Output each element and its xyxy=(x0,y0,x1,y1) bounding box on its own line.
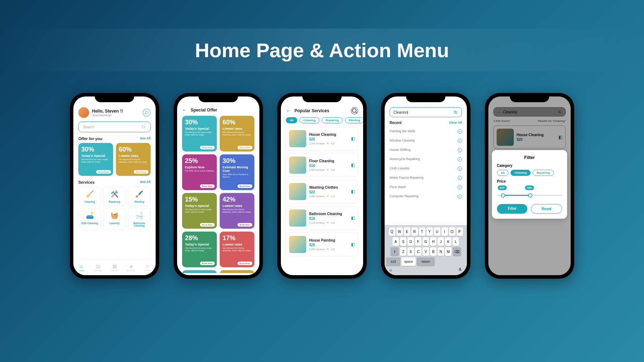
book-now-button[interactable]: Book Now xyxy=(200,262,215,265)
book-now-button[interactable]: Book Now xyxy=(238,184,252,188)
key[interactable]: C xyxy=(415,247,421,256)
chip-painting[interactable]: Painting xyxy=(345,117,363,123)
recent-item[interactable]: Motorcycle Repairing × xyxy=(390,155,462,164)
book-now-button[interactable]: Book Now xyxy=(200,223,215,227)
key[interactable]: V xyxy=(423,247,429,256)
remove-icon[interactable]: × xyxy=(458,139,462,143)
keyboard[interactable]: QWERTYUIOP ASDFGHJKL ⇧ZXCVBNM⌫ 123 space… xyxy=(385,225,467,275)
service-card[interactable]: Washing Clothes $22 3,486 reviews★4.0 ◧ xyxy=(286,180,358,203)
offer-card[interactable]: 60% Lowest rates Get discount for Home c… xyxy=(220,116,254,152)
key[interactable]: D xyxy=(408,237,414,246)
offer-card[interactable]: 12% xyxy=(182,270,217,273)
price-slider[interactable]: $15 $30 xyxy=(497,190,562,200)
remove-icon[interactable]: × xyxy=(458,194,462,199)
key[interactable]: O xyxy=(449,227,455,236)
key[interactable]: K xyxy=(445,237,452,246)
key[interactable]: L xyxy=(453,237,459,246)
offer-card[interactable]: 17% Lowest rates Get discount for Home c… xyxy=(220,232,254,267)
remove-icon[interactable]: × xyxy=(458,129,462,134)
key[interactable]: U xyxy=(434,227,440,236)
avatar[interactable] xyxy=(78,107,89,118)
key[interactable]: Z xyxy=(400,247,406,256)
chip-all[interactable]: All xyxy=(497,170,508,176)
remove-icon[interactable]: × xyxy=(458,148,462,152)
key[interactable]: W xyxy=(396,227,403,236)
nav-calendar[interactable]: ▦ Calendar xyxy=(106,260,123,275)
book-now-button[interactable]: Book Now xyxy=(200,146,215,149)
service-cell[interactable]: 🧺 Laundry xyxy=(103,208,126,230)
recent-item[interactable]: Painting the Walls × xyxy=(390,127,462,136)
key[interactable]: Y xyxy=(426,227,433,236)
key[interactable]: N xyxy=(438,247,444,256)
key[interactable]: A xyxy=(392,237,399,246)
chip-all[interactable]: All xyxy=(286,117,297,123)
offer-card[interactable]: 42% Lowest rates Get discount for Home c… xyxy=(220,193,254,229)
remove-icon[interactable]: × xyxy=(458,167,462,171)
offer-card[interactable]: 25% Explore Now Flat 25% off on home Pai… xyxy=(182,154,217,190)
key[interactable]: H xyxy=(430,237,436,246)
book-now-button[interactable]: Book Now xyxy=(96,170,111,174)
bookmark-icon[interactable]: ◧ xyxy=(351,189,355,194)
key[interactable]: I xyxy=(441,227,448,236)
key[interactable]: P xyxy=(457,227,463,236)
service-cell[interactable]: 🖌️ Painting xyxy=(128,187,151,206)
remove-icon[interactable]: × xyxy=(458,157,462,162)
remove-icon[interactable]: × xyxy=(458,185,462,189)
service-cell[interactable]: 🛋️ Sofa Cleaning xyxy=(78,208,101,230)
offer-card[interactable]: 48% xyxy=(220,270,254,273)
book-now-button[interactable]: Book Now xyxy=(238,262,252,265)
key[interactable]: ⌫ xyxy=(453,247,461,256)
nav-profile[interactable]: ☺ Profile xyxy=(139,260,156,275)
service-card[interactable]: Bathroom Cleaning $16 4,148 reviews★4.0 … xyxy=(286,206,358,230)
back-icon[interactable]: ← xyxy=(286,108,291,114)
nav-bookmark[interactable]: ◈ Bookmark xyxy=(123,260,139,275)
remove-icon[interactable]: × xyxy=(458,176,462,180)
key-space[interactable]: space xyxy=(401,257,416,266)
chip-repairing[interactable]: Repairing xyxy=(322,117,343,123)
bookmark-icon[interactable]: ◧ xyxy=(351,136,355,141)
key[interactable]: M xyxy=(445,247,452,256)
offer-card[interactable]: 60% Lowest rates Get discount for Home c… xyxy=(116,143,151,176)
offer-card[interactable]: 30% Today's Special Get discount for eve… xyxy=(182,116,217,152)
recent-item[interactable]: House Shifting × xyxy=(390,145,462,155)
nav-home[interactable]: ⌂ Home xyxy=(73,260,90,275)
service-cell[interactable]: 🛠️ Repairing xyxy=(103,187,126,206)
book-now-button[interactable]: Book Now xyxy=(238,146,252,149)
key-return[interactable]: return xyxy=(417,257,435,266)
key[interactable]: G xyxy=(423,237,429,246)
key[interactable]: T xyxy=(419,227,425,236)
emoji-icon[interactable]: ☺ xyxy=(389,268,392,272)
recent-item[interactable]: Window Cleaning × xyxy=(390,136,462,145)
recent-item[interactable]: Computer Repairing × xyxy=(390,192,462,201)
reset-button[interactable]: Reset xyxy=(531,204,562,214)
book-now-button[interactable]: Book Now xyxy=(200,184,215,188)
mic-icon[interactable] xyxy=(458,267,463,272)
key[interactable]: Q xyxy=(389,227,395,236)
search-input[interactable]: Cleaninn xyxy=(390,107,462,117)
key[interactable]: ⇧ xyxy=(390,247,399,256)
search-input[interactable]: Search xyxy=(78,122,151,132)
service-card[interactable]: House Painting $25 3,492 reviews★4.0 ◧ xyxy=(286,233,358,256)
clear-all-button[interactable]: Clear All xyxy=(449,121,462,125)
service-card[interactable]: Floor Cleaning $18 1,452 reviews★4.0 ◧ xyxy=(286,153,358,177)
book-now-button[interactable]: Book Now xyxy=(238,223,252,227)
chip-cleaning[interactable]: Cleaning xyxy=(511,170,531,176)
bookmark-icon[interactable]: ◧ xyxy=(351,242,355,247)
offer-card[interactable]: 28% Today's Special Get discount for eve… xyxy=(182,232,217,267)
bookmark-icon[interactable]: ◧ xyxy=(351,215,355,220)
key[interactable]: J xyxy=(438,237,444,246)
key[interactable]: E xyxy=(404,227,410,236)
key[interactable]: R xyxy=(411,227,418,236)
key[interactable]: F xyxy=(415,237,421,246)
offer-card[interactable]: 30% Estimate Moving Cost Upto 30% off on… xyxy=(220,154,254,190)
book-now-button[interactable]: Book Now xyxy=(134,170,148,174)
service-cell[interactable]: 🛁 Bathroom Cleaning xyxy=(128,208,151,230)
back-icon[interactable]: ← xyxy=(182,107,187,113)
recent-item[interactable]: Floor Wash × xyxy=(390,183,462,192)
offer-card[interactable]: 30% Today's Special Get discount for eve… xyxy=(78,143,113,176)
service-card[interactable]: House Cleaning $20 2,185 reviews★4.0 ◧ xyxy=(286,127,358,150)
key-123[interactable]: 123 xyxy=(386,257,400,266)
key[interactable]: B xyxy=(430,247,436,256)
chat-icon[interactable] xyxy=(143,109,151,116)
see-all-services[interactable]: See All xyxy=(140,180,151,184)
